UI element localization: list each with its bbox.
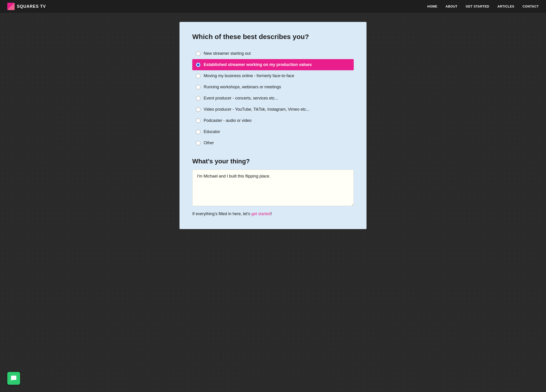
radio-label-opt1: New streamer starting out xyxy=(204,51,251,56)
radio-option-opt9[interactable]: Other xyxy=(192,137,354,149)
radio-option-opt4[interactable]: Running workshops, webinars or meetings xyxy=(192,81,354,93)
content-card: Which of these best describes you? New s… xyxy=(180,22,366,229)
chat-button[interactable] xyxy=(7,372,20,385)
radio-input-opt3[interactable] xyxy=(196,74,201,78)
nav-link-contact[interactable]: CONTACT xyxy=(522,5,539,8)
radio-input-opt8[interactable] xyxy=(196,130,201,134)
radio-option-opt7[interactable]: Podcaster - audio or video xyxy=(192,115,354,126)
radio-input-opt2[interactable] xyxy=(196,63,201,67)
radio-label-opt6: Video producer - YouTube, TikTok, Instag… xyxy=(204,107,310,112)
brand-logo xyxy=(7,3,15,10)
nav-link-articles[interactable]: ARTICLES xyxy=(497,5,514,8)
radio-option-opt8[interactable]: Educator xyxy=(192,126,354,137)
get-started-link[interactable]: get started xyxy=(251,211,271,216)
cta-prefix: If everything's filled in here, let's xyxy=(192,211,251,216)
radio-input-opt7[interactable] xyxy=(196,118,201,123)
radio-input-opt5[interactable] xyxy=(196,96,201,101)
radio-label-opt2: Established streamer working on my produ… xyxy=(204,62,312,67)
nav-link-about[interactable]: ABOUT xyxy=(446,5,457,8)
navbar: SQUARES TV HOMEABOUTGET STARTEDARTICLESC… xyxy=(0,0,546,13)
nav-links: HOMEABOUTGET STARTEDARTICLESCONTACT xyxy=(427,4,539,8)
nav-link-get-started[interactable]: GET STARTED xyxy=(466,5,489,8)
radio-option-opt6[interactable]: Video producer - YouTube, TikTok, Instag… xyxy=(192,104,354,115)
radio-input-opt1[interactable] xyxy=(196,51,201,56)
radio-label-opt4: Running workshops, webinars or meetings xyxy=(204,85,281,89)
brand-name: SQUARES TV xyxy=(17,4,46,9)
radio-option-opt3[interactable]: Moving my business online - formerly fac… xyxy=(192,70,354,81)
thing-textarea[interactable] xyxy=(192,170,354,206)
chat-icon xyxy=(11,375,17,381)
radio-label-opt7: Podcaster - audio or video xyxy=(204,118,252,123)
radio-label-opt8: Educator xyxy=(204,129,220,134)
radio-label-opt9: Other xyxy=(204,141,214,145)
cta-suffix: ! xyxy=(271,211,272,216)
radio-input-opt6[interactable] xyxy=(196,107,201,112)
question2-title: What's your thing? xyxy=(192,158,354,165)
page-wrapper: Which of these best describes you? New s… xyxy=(0,13,546,243)
radio-label-opt5: Event producer - concerts, services etc.… xyxy=(204,96,278,101)
radio-option-opt1[interactable]: New streamer starting out xyxy=(192,48,354,59)
radio-label-opt3: Moving my business online - formerly fac… xyxy=(204,73,294,78)
radio-option-opt2[interactable]: Established streamer working on my produ… xyxy=(192,59,354,70)
radio-option-opt5[interactable]: Event producer - concerts, services etc.… xyxy=(192,93,354,104)
radio-input-opt4[interactable] xyxy=(196,85,201,89)
nav-link-home[interactable]: HOME xyxy=(427,5,437,8)
radio-options: New streamer starting outEstablished str… xyxy=(192,48,354,149)
radio-input-opt9[interactable] xyxy=(196,141,201,145)
brand: SQUARES TV xyxy=(7,3,46,10)
cta-text: If everything's filled in here, let's ge… xyxy=(192,211,354,216)
question1-title: Which of these best describes you? xyxy=(192,33,354,41)
